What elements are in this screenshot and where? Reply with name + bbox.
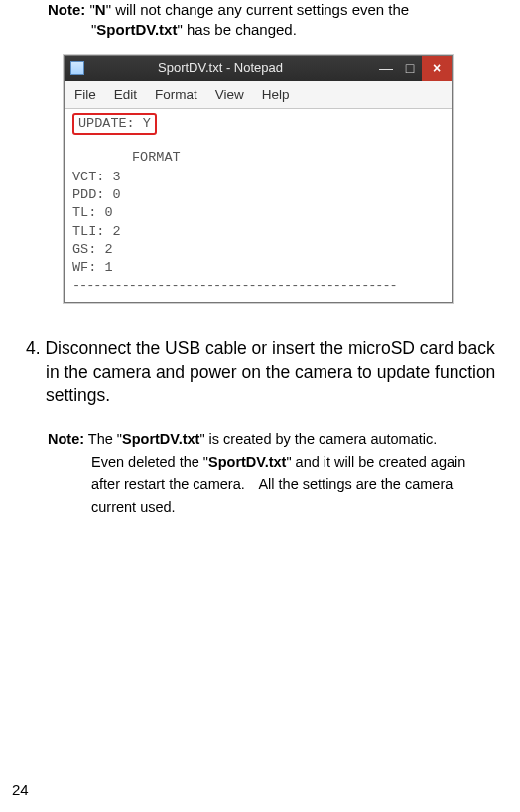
minimize-button[interactable]: — <box>374 56 398 81</box>
maximize-button[interactable]: □ <box>398 56 422 81</box>
menubar: File Edit Format View Help <box>65 81 452 109</box>
note1-file: SportDV.txt <box>96 21 177 38</box>
note1-tail: " has be changed. <box>177 21 296 38</box>
cfg-wf: WF: 1 <box>72 259 444 277</box>
step4-text: 4. Disconnect the USB cable or insert th… <box>46 337 508 406</box>
note1-mid: " will not change any current settings e… <box>106 1 410 18</box>
note2-file1: SportDV.txt <box>122 431 199 447</box>
cfg-tl: TL: 0 <box>72 204 444 222</box>
note2-file2: SportDV.txt <box>208 454 286 470</box>
cfg-tli: TLI: 2 <box>72 223 444 241</box>
menu-view[interactable]: View <box>215 87 244 102</box>
step-4: 4. Disconnect the USB cable or insert th… <box>26 337 508 406</box>
cfg-pdd: PDD: 0 <box>72 186 444 204</box>
note2-p3: after restart the camera. All the settin… <box>91 473 504 495</box>
note-2: Note: The "SportDV.txt" is created by th… <box>48 428 504 518</box>
note2-p2a: Even deleted the " <box>91 454 208 470</box>
page-number: 24 <box>12 781 29 798</box>
note2-p4: current used. <box>91 496 504 518</box>
menu-edit[interactable]: Edit <box>114 87 137 102</box>
titlebar: SportDV.txt - Notepad — □ × <box>65 56 452 81</box>
note1-label: Note: <box>48 1 85 18</box>
menu-help[interactable]: Help <box>262 87 290 102</box>
note2-label: Note: <box>48 431 84 447</box>
file-content[interactable]: UPDATE: Y FORMAT VCT: 3 PDD: 0 TL: 0 TLI… <box>65 109 452 303</box>
note1-n: N <box>95 1 106 18</box>
format-line: FORMAT <box>132 149 444 167</box>
menu-format[interactable]: Format <box>155 87 197 102</box>
note2-p2b: " and it will be created again <box>286 454 465 470</box>
note-1: Note: "N" will not change any current se… <box>48 0 512 41</box>
close-button[interactable]: × <box>422 56 452 81</box>
window-title: SportDV.txt - Notepad <box>65 60 376 75</box>
cfg-vct: VCT: 3 <box>72 169 444 186</box>
cfg-gs: GS: 2 <box>72 241 444 259</box>
note2-p1b: " is created by the camera automatic. <box>199 431 437 447</box>
update-line: UPDATE: Y <box>72 113 157 135</box>
cfg-divider: ----------------------------------------… <box>72 277 444 294</box>
menu-file[interactable]: File <box>74 87 96 102</box>
notepad-window: SportDV.txt - Notepad — □ × File Edit Fo… <box>64 55 453 304</box>
note2-p1a: The " <box>84 431 122 447</box>
